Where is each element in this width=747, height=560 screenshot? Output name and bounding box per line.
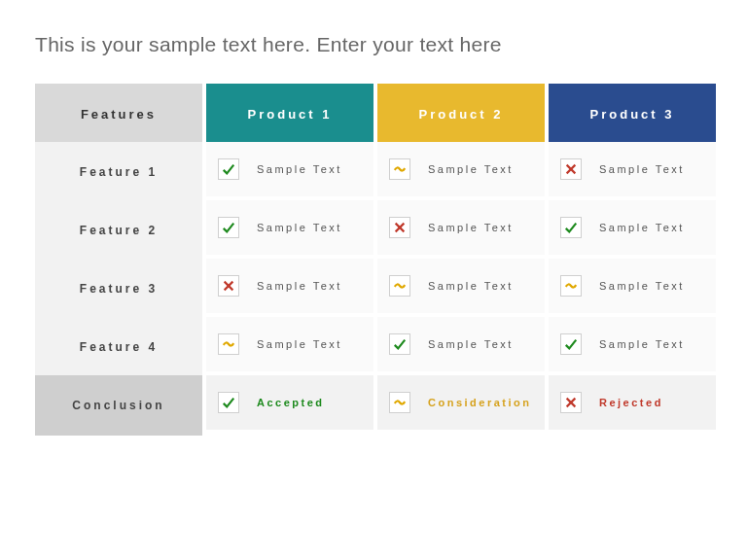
row-label: Feature 1	[35, 142, 202, 202]
table-cell-p1: Sample Text	[206, 317, 374, 371]
table-cell-p3: Sample Text	[549, 200, 716, 255]
row-label: Feature 3	[35, 259, 202, 319]
tilde-icon	[218, 333, 239, 355]
table-cell-p2: Sample Text	[377, 142, 545, 196]
tilde-icon	[389, 275, 410, 297]
cell-text: Sample Text	[257, 222, 342, 233]
cell-text: Sample Text	[257, 163, 342, 175]
cell-text: Sample Text	[599, 280, 685, 292]
cell-text: Sample Text	[428, 163, 514, 175]
cell-text: Sample Text	[428, 222, 514, 233]
table-cell-p1: Sample Text	[206, 200, 374, 255]
tilde-icon	[560, 275, 582, 297]
cell-text: Accepted	[257, 397, 325, 408]
header-product-1: Product 1	[206, 84, 374, 144]
cell-text: Sample Text	[428, 338, 514, 350]
check-icon	[218, 158, 239, 180]
table-cell-p3: Sample Text	[549, 142, 716, 196]
table-cell-p2: Sample Text	[377, 317, 545, 371]
table-cell-p1: Accepted	[206, 375, 374, 430]
table-cell-p3: Sample Text	[549, 259, 716, 313]
cell-text: Rejected	[599, 397, 663, 408]
cross-icon	[560, 158, 582, 180]
table-cell-p3: Rejected	[549, 375, 716, 430]
table-cell-p1: Sample Text	[206, 142, 374, 196]
check-icon	[218, 217, 239, 238]
comparison-table: Features Product 1 Product 2 Product 3 F…	[35, 84, 712, 430]
row-label: Feature 2	[35, 200, 202, 261]
page-title: This is your sample text here. Enter you…	[35, 33, 712, 56]
cell-text: Sample Text	[428, 280, 514, 292]
check-icon	[218, 392, 239, 413]
cross-icon	[560, 392, 582, 413]
row-label: Feature 4	[35, 317, 202, 377]
header-product-3: Product 3	[549, 84, 716, 144]
row-label-conclusion: Conclusion	[35, 375, 202, 436]
header-product-2: Product 2	[377, 84, 545, 144]
cell-text: Sample Text	[599, 163, 685, 175]
table-cell-p3: Sample Text	[549, 317, 716, 371]
cell-text: Sample Text	[599, 222, 685, 233]
cross-icon	[389, 217, 410, 238]
cell-text: Sample Text	[257, 338, 342, 350]
tilde-icon	[389, 392, 410, 413]
table-cell-p1: Sample Text	[206, 259, 374, 313]
table-cell-p2: Consideration	[377, 375, 545, 430]
cell-text: Sample Text	[599, 338, 685, 350]
check-icon	[560, 333, 582, 355]
tilde-icon	[389, 158, 410, 180]
cross-icon	[218, 275, 239, 297]
cell-text: Consideration	[428, 397, 531, 408]
table-cell-p2: Sample Text	[377, 259, 545, 313]
cell-text: Sample Text	[257, 280, 342, 292]
header-features: Features	[35, 84, 202, 144]
check-icon	[389, 333, 410, 355]
check-icon	[560, 217, 582, 238]
table-cell-p2: Sample Text	[377, 200, 545, 255]
